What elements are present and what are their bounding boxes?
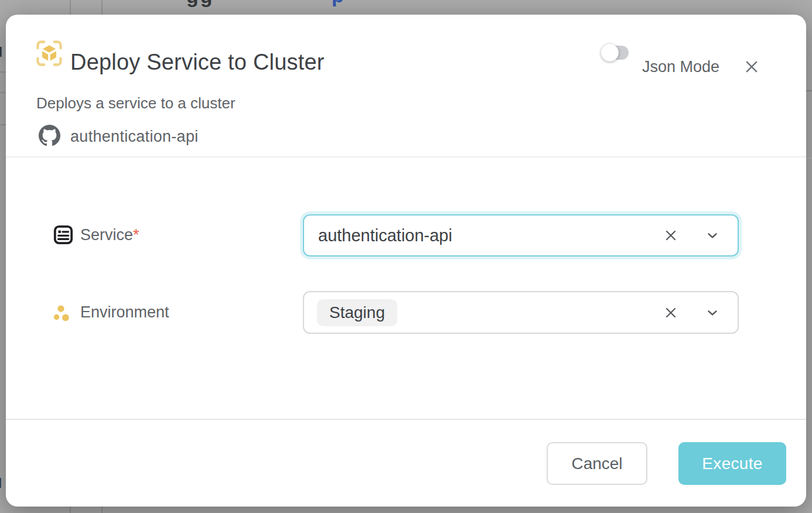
service-selected-value: authentication-api [318, 226, 452, 245]
service-list-icon [53, 224, 74, 245]
clear-icon[interactable] [663, 228, 678, 243]
environment-label-text: Environment [80, 303, 169, 321]
footer-divider [6, 419, 806, 420]
cube-scan-icon [34, 38, 64, 69]
backdrop-row-line [806, 90, 812, 91]
environment-field-label: Environment [80, 303, 169, 322]
backdrop-row-line [806, 158, 812, 159]
json-mode-label: Json Mode [642, 58, 719, 76]
close-icon[interactable] [743, 58, 760, 76]
backdrop-table-line [101, 0, 103, 15]
repository-name: authentication-api [70, 128, 199, 146]
service-field-label: Service* [80, 226, 139, 244]
json-mode-toggle[interactable] [603, 46, 629, 60]
environment-chip: Staging [317, 299, 397, 326]
backdrop-row-line [0, 92, 6, 93]
backdrop-row-line [0, 124, 6, 125]
service-label-text: Service [80, 226, 133, 244]
environment-dots-icon [52, 303, 73, 324]
backdrop-table-line [70, 0, 71, 15]
cancel-button[interactable]: Cancel [547, 442, 647, 485]
required-asterisk: * [133, 226, 139, 244]
environment-select[interactable]: Staging [303, 291, 739, 334]
backdrop-text-fragment: u [0, 471, 2, 493]
clear-icon[interactable] [663, 305, 678, 320]
execute-button[interactable]: Execute [678, 442, 786, 485]
backdrop-link-fragment: p [332, 0, 344, 7]
backdrop-table-line [101, 507, 103, 513]
header-divider [6, 156, 806, 158]
backdrop-text-fragment: u [0, 40, 3, 61]
toggle-knob [601, 44, 619, 61]
modal-title: Deploy Service to Cluster [70, 50, 325, 75]
backdrop-table-line [70, 507, 71, 513]
backdrop-row-line [0, 71, 6, 73]
backdrop-text-fragment: gg [186, 0, 214, 8]
chevron-down-icon[interactable] [705, 305, 720, 320]
chevron-down-icon[interactable] [705, 228, 720, 243]
github-icon [39, 125, 60, 146]
service-select[interactable]: authentication-api [303, 214, 739, 256]
modal-description: Deploys a service to a cluster [36, 94, 236, 112]
deploy-service-modal: Deploy Service to Cluster Json Mode Depl… [6, 15, 806, 507]
